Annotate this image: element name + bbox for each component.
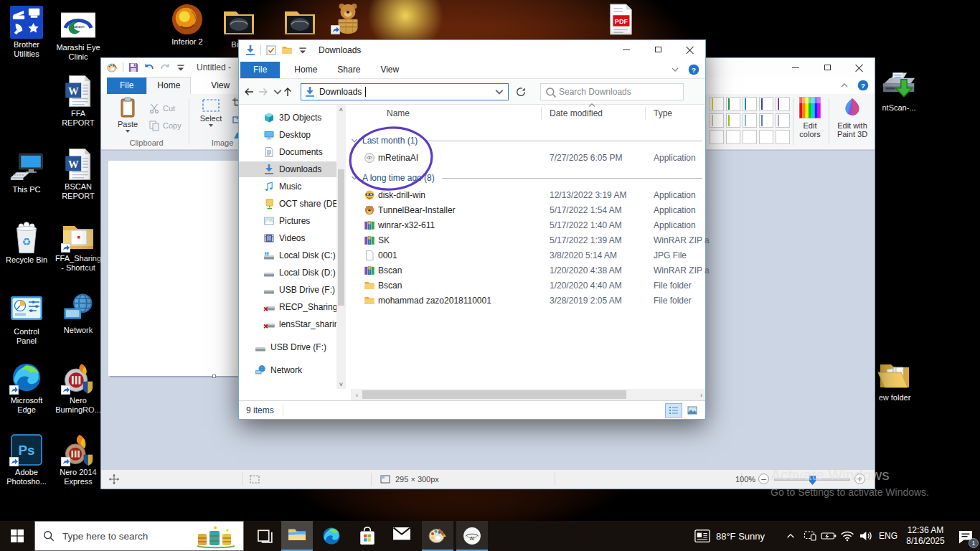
desktop-icon-ew-folder[interactable]: ew folder: [871, 359, 918, 402]
palette-empty-slot[interactable]: [710, 130, 724, 144]
file-row[interactable]: Bscan1/20/2020 4:38 AMWinRAR ZIP a: [351, 263, 705, 278]
palette-color[interactable]: [776, 97, 790, 111]
paint-minimize-button[interactable]: [780, 58, 811, 77]
explorer-help-icon[interactable]: ?: [688, 64, 699, 75]
palette-color[interactable]: [759, 113, 773, 128]
paint-help-icon[interactable]: ?: [857, 80, 869, 91]
palette-empty-slot[interactable]: [743, 130, 757, 144]
paint-close-button[interactable]: [843, 58, 875, 77]
sidebar-item-recp-sharing[interactable]: RECP_Sharing (\: [239, 299, 336, 315]
action-center-button[interactable]: 1: [951, 521, 980, 551]
taskbar-button-mretina-app[interactable]: AI: [456, 521, 488, 551]
desktop-icon-ffa-sharing-shortcut[interactable]: FFA_Sharing - Shortcut: [55, 220, 102, 273]
desktop-icon-tunnelbear-shortcut[interactable]: [324, 1, 372, 34]
search-box[interactable]: Search Downloads: [540, 83, 684, 100]
cast-tray-button[interactable]: [801, 521, 819, 551]
clock[interactable]: 12:36 AM 8/16/2025: [901, 521, 950, 551]
paint-tab-view[interactable]: View: [201, 77, 240, 94]
forward-button[interactable]: [258, 86, 269, 98]
taskbar-button-microsoft-store[interactable]: [352, 521, 383, 551]
file-row[interactable]: 00013/8/2020 5:14 AMJPG File: [351, 248, 705, 263]
language-indicator[interactable]: ENG: [877, 521, 900, 551]
scroll-down-icon[interactable]: ˅: [336, 380, 346, 389]
taskbar-button-edge-browser[interactable]: [316, 521, 347, 551]
details-view-button[interactable]: [665, 403, 682, 418]
palette-empty-slot[interactable]: [726, 130, 740, 144]
explorer-close-button[interactable]: [674, 40, 705, 59]
file-row[interactable]: mohammad zazo20181100013/28/2019 2:05 AM…: [351, 293, 705, 309]
group-header[interactable]: Last month (1): [351, 133, 702, 148]
desktop-icon-dark-folder[interactable]: [276, 6, 324, 39]
paint-tab-home[interactable]: Home: [146, 77, 191, 94]
redo-icon[interactable]: [159, 62, 171, 73]
scroll-left-icon[interactable]: ‹: [352, 390, 362, 400]
group-chevron-icon[interactable]: [351, 174, 358, 182]
palette-empty-slot[interactable]: [759, 130, 773, 144]
sidebar-item-local-disk-d[interactable]: Local Disk (D:): [239, 265, 336, 281]
qat-customize-icon[interactable]: [297, 44, 308, 56]
desktop-icon-recycle-bin[interactable]: ♻Recycle Bin: [3, 221, 50, 265]
sidebar-item-network[interactable]: Network: [239, 362, 336, 378]
paint-tab-file[interactable]: File: [107, 77, 146, 94]
cut-button[interactable]: Cut: [149, 103, 175, 114]
explorer-maximize-button[interactable]: [642, 40, 674, 59]
palette-color[interactable]: [776, 113, 790, 128]
thumbnails-view-button[interactable]: [684, 403, 701, 418]
desktop-icon-bscan-report[interactable]: WBSCAN REPORT: [55, 148, 102, 201]
group-header[interactable]: A long time ago (8): [351, 171, 702, 185]
file-row[interactable]: disk-drill-win12/13/2022 3:19 AMApplicat…: [351, 188, 705, 203]
desktop-icon-control-panel[interactable]: Control Panel: [3, 293, 50, 346]
volume-tray-button[interactable]: [857, 521, 875, 551]
sidebar-item-local-disk-c[interactable]: Local Disk (C:): [239, 248, 336, 263]
palette-color[interactable]: [743, 97, 757, 111]
file-row[interactable]: mRetinaAI7/27/2025 6:05 PMApplication: [351, 151, 705, 166]
palette-color[interactable]: [726, 97, 740, 111]
desktop-icon-adobe-photosho[interactable]: PsAdobe Photosho...: [3, 433, 50, 486]
desktop-icon-ffa-report[interactable]: WFFA REPORT: [55, 75, 102, 128]
explorer-titlebar[interactable]: Downloads: [239, 40, 705, 60]
address-bar[interactable]: Downloads: [301, 83, 509, 100]
desktop-icon-marashi-eye-clinic[interactable]: MARASHIMarashi Eye Clinic: [55, 9, 102, 62]
desktop-icon-inferior-2[interactable]: Inferior 2: [164, 3, 211, 47]
desktop-icon-brother-utilities[interactable]: Brother Utilities: [3, 6, 50, 59]
sidebar-item-documents[interactable]: Documents: [239, 144, 336, 160]
sidebar-item-downloads[interactable]: Downloads: [239, 161, 336, 177]
sidebar-item-desktop[interactable]: Desktop: [239, 127, 336, 143]
address-dropdown-icon[interactable]: [494, 86, 505, 98]
sidebar-item-lensstar-sharing[interactable]: lensStar_sharing: [239, 316, 336, 332]
recent-locations-icon[interactable]: [272, 86, 279, 98]
ribbon-expand-icon[interactable]: [669, 64, 681, 75]
zoom-slider[interactable]: [774, 479, 850, 481]
sidebar-item-usb-drive-f[interactable]: USB Drive (F:): [239, 282, 336, 298]
sidebar-item-usb-drive-f[interactable]: USB Drive (F:): [239, 339, 336, 355]
zoom-out-button[interactable]: –: [758, 474, 769, 484]
palette-color[interactable]: [759, 97, 773, 111]
refresh-button[interactable]: [512, 83, 530, 100]
paste-button[interactable]: Paste: [111, 97, 144, 133]
hscrollbar-thumb[interactable]: [362, 390, 626, 399]
explorer-tab-file[interactable]: File: [240, 62, 280, 78]
taskbar-button-file-explorer[interactable]: [281, 521, 313, 551]
new-folder-icon[interactable]: [281, 44, 293, 56]
back-button[interactable]: [243, 86, 255, 98]
desktop-icon-nero-burningro[interactable]: Nero BurningRO...: [55, 362, 102, 415]
scroll-right-icon[interactable]: ›: [697, 390, 706, 400]
file-row[interactable]: winrar-x32-6115/17/2022 1:40 AMApplicati…: [351, 218, 705, 233]
desktop-icon-network[interactable]: Network: [55, 291, 102, 335]
wifi-tray-button[interactable]: [838, 521, 857, 551]
file-row[interactable]: Bscan1/20/2020 4:40 AMFile folder: [351, 278, 705, 293]
sidebar-item-videos[interactable]: Videos: [239, 230, 336, 246]
file-row[interactable]: SK5/17/2022 1:39 AMWinRAR ZIP a: [351, 233, 705, 248]
taskbar-search-box[interactable]: Type here to search: [34, 521, 244, 551]
desktop-icon-nero-2014-express[interactable]: Nero 2014 Express: [55, 433, 102, 486]
desktop-icon-microsoft-edge[interactable]: Microsoft Edge: [3, 362, 50, 415]
scrollbar-thumb[interactable]: [338, 169, 344, 306]
sidebar-item-3d-objects[interactable]: 3D Objects: [239, 110, 336, 126]
undo-icon[interactable]: [143, 62, 155, 73]
edit-colors-button[interactable]: Edit colors: [794, 97, 826, 138]
copy-button[interactable]: Copy: [149, 120, 182, 131]
explorer-tab-home[interactable]: Home: [284, 62, 327, 78]
horizontal-scrollbar[interactable]: ‹ ›: [351, 389, 705, 400]
taskbar-button-task-view[interactable]: [250, 521, 281, 551]
palette-color[interactable]: [726, 113, 740, 128]
